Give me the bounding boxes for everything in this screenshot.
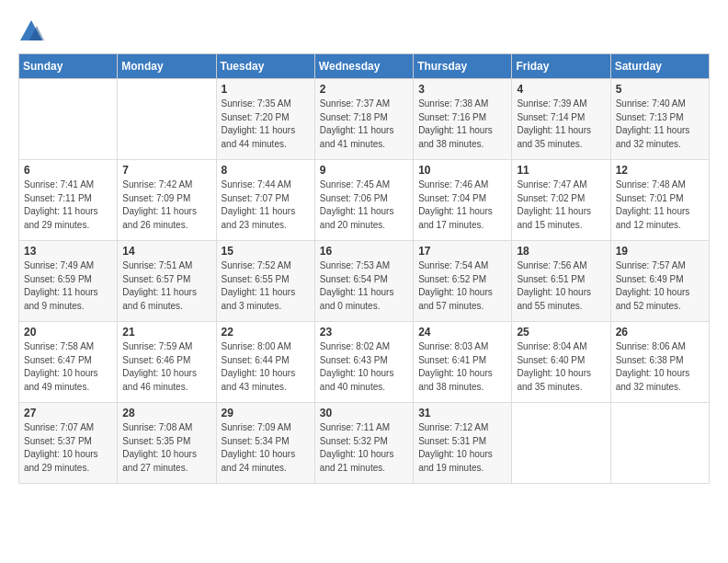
day-number: 20 bbox=[24, 326, 112, 339]
day-number: 13 bbox=[24, 245, 112, 258]
day-number: 12 bbox=[616, 164, 704, 177]
calendar-cell: 12Sunrise: 7:48 AM Sunset: 7:01 PM Dayli… bbox=[610, 160, 709, 241]
calendar-cell: 28Sunrise: 7:08 AM Sunset: 5:35 PM Dayli… bbox=[118, 403, 216, 484]
calendar-cell: 5Sunrise: 7:40 AM Sunset: 7:13 PM Daylig… bbox=[610, 79, 709, 160]
day-info: Sunrise: 8:02 AM Sunset: 6:43 PM Dayligh… bbox=[320, 340, 408, 394]
calendar-cell: 7Sunrise: 7:42 AM Sunset: 7:09 PM Daylig… bbox=[118, 160, 216, 241]
day-info: Sunrise: 7:08 AM Sunset: 5:35 PM Dayligh… bbox=[122, 421, 210, 475]
day-info: Sunrise: 7:37 AM Sunset: 7:18 PM Dayligh… bbox=[320, 98, 408, 151]
calendar-cell bbox=[19, 79, 118, 160]
day-info: Sunrise: 7:41 AM Sunset: 7:11 PM Dayligh… bbox=[24, 178, 112, 232]
calendar-cell: 4Sunrise: 7:39 AM Sunset: 7:14 PM Daylig… bbox=[512, 79, 610, 160]
day-number: 24 bbox=[418, 326, 506, 339]
calendar-week-row: 27Sunrise: 7:07 AM Sunset: 5:37 PM Dayli… bbox=[19, 403, 710, 484]
day-number: 10 bbox=[418, 164, 506, 177]
day-number: 28 bbox=[122, 407, 210, 419]
day-info: Sunrise: 7:48 AM Sunset: 7:01 PM Dayligh… bbox=[616, 178, 704, 232]
weekday-header: Wednesday bbox=[314, 54, 413, 79]
calendar-cell bbox=[512, 403, 610, 484]
calendar-cell: 3Sunrise: 7:38 AM Sunset: 7:16 PM Daylig… bbox=[414, 79, 512, 160]
weekday-header: Sunday bbox=[19, 54, 118, 79]
calendar-cell: 2Sunrise: 7:37 AM Sunset: 7:18 PM Daylig… bbox=[314, 79, 413, 160]
page-header bbox=[18, 18, 710, 44]
weekday-header: Saturday bbox=[610, 54, 709, 79]
day-info: Sunrise: 7:38 AM Sunset: 7:16 PM Dayligh… bbox=[418, 98, 506, 151]
calendar-header: SundayMondayTuesdayWednesdayThursdayFrid… bbox=[19, 54, 710, 79]
day-info: Sunrise: 8:00 AM Sunset: 6:44 PM Dayligh… bbox=[222, 340, 310, 394]
calendar-cell: 31Sunrise: 7:12 AM Sunset: 5:31 PM Dayli… bbox=[414, 403, 512, 484]
day-info: Sunrise: 7:56 AM Sunset: 6:51 PM Dayligh… bbox=[517, 259, 605, 313]
calendar-cell: 21Sunrise: 7:59 AM Sunset: 6:46 PM Dayli… bbox=[118, 322, 216, 403]
calendar-cell: 11Sunrise: 7:47 AM Sunset: 7:02 PM Dayli… bbox=[512, 160, 610, 241]
weekday-header: Friday bbox=[512, 54, 610, 79]
day-info: Sunrise: 7:47 AM Sunset: 7:02 PM Dayligh… bbox=[517, 178, 605, 232]
calendar-cell: 19Sunrise: 7:57 AM Sunset: 6:49 PM Dayli… bbox=[610, 241, 709, 322]
calendar-cell: 6Sunrise: 7:41 AM Sunset: 7:11 PM Daylig… bbox=[19, 160, 118, 241]
day-number: 4 bbox=[517, 83, 605, 96]
day-number: 18 bbox=[517, 245, 605, 258]
calendar-week-row: 6Sunrise: 7:41 AM Sunset: 7:11 PM Daylig… bbox=[19, 160, 710, 241]
day-info: Sunrise: 8:04 AM Sunset: 6:40 PM Dayligh… bbox=[517, 340, 605, 394]
calendar-cell: 26Sunrise: 8:06 AM Sunset: 6:38 PM Dayli… bbox=[610, 322, 709, 403]
day-info: Sunrise: 7:40 AM Sunset: 7:13 PM Dayligh… bbox=[616, 98, 704, 151]
day-number: 19 bbox=[616, 245, 704, 258]
day-number: 7 bbox=[122, 164, 210, 177]
calendar-week-row: 20Sunrise: 7:58 AM Sunset: 6:47 PM Dayli… bbox=[19, 322, 710, 403]
day-info: Sunrise: 7:09 AM Sunset: 5:34 PM Dayligh… bbox=[222, 421, 310, 475]
weekday-header: Monday bbox=[118, 54, 216, 79]
day-info: Sunrise: 7:11 AM Sunset: 5:32 PM Dayligh… bbox=[320, 421, 408, 475]
day-number: 17 bbox=[418, 245, 506, 258]
day-info: Sunrise: 7:39 AM Sunset: 7:14 PM Dayligh… bbox=[517, 98, 605, 151]
day-number: 29 bbox=[222, 407, 310, 419]
day-number: 23 bbox=[320, 326, 408, 339]
day-info: Sunrise: 7:51 AM Sunset: 6:57 PM Dayligh… bbox=[122, 259, 210, 313]
day-info: Sunrise: 7:35 AM Sunset: 7:20 PM Dayligh… bbox=[222, 98, 310, 151]
day-number: 6 bbox=[24, 164, 112, 177]
calendar-cell: 1Sunrise: 7:35 AM Sunset: 7:20 PM Daylig… bbox=[216, 79, 314, 160]
calendar-cell: 23Sunrise: 8:02 AM Sunset: 6:43 PM Dayli… bbox=[314, 322, 413, 403]
day-number: 22 bbox=[222, 326, 310, 339]
calendar-cell: 9Sunrise: 7:45 AM Sunset: 7:06 PM Daylig… bbox=[314, 160, 413, 241]
logo bbox=[18, 18, 48, 44]
day-number: 16 bbox=[320, 245, 408, 258]
day-number: 21 bbox=[122, 326, 210, 339]
day-number: 25 bbox=[517, 326, 605, 339]
day-info: Sunrise: 7:59 AM Sunset: 6:46 PM Dayligh… bbox=[122, 340, 210, 394]
day-number: 2 bbox=[320, 83, 408, 96]
day-info: Sunrise: 7:58 AM Sunset: 6:47 PM Dayligh… bbox=[24, 340, 112, 394]
calendar-week-row: 13Sunrise: 7:49 AM Sunset: 6:59 PM Dayli… bbox=[19, 241, 710, 322]
day-number: 11 bbox=[517, 164, 605, 177]
day-number: 14 bbox=[122, 245, 210, 258]
day-number: 31 bbox=[418, 407, 506, 419]
day-number: 3 bbox=[418, 83, 506, 96]
calendar-cell: 16Sunrise: 7:53 AM Sunset: 6:54 PM Dayli… bbox=[314, 241, 413, 322]
day-info: Sunrise: 7:49 AM Sunset: 6:59 PM Dayligh… bbox=[24, 259, 112, 313]
day-info: Sunrise: 7:54 AM Sunset: 6:52 PM Dayligh… bbox=[418, 259, 506, 313]
calendar-cell: 15Sunrise: 7:52 AM Sunset: 6:55 PM Dayli… bbox=[216, 241, 314, 322]
calendar-cell: 18Sunrise: 7:56 AM Sunset: 6:51 PM Dayli… bbox=[512, 241, 610, 322]
day-number: 26 bbox=[616, 326, 704, 339]
calendar-cell: 10Sunrise: 7:46 AM Sunset: 7:04 PM Dayli… bbox=[414, 160, 512, 241]
weekday-row: SundayMondayTuesdayWednesdayThursdayFrid… bbox=[19, 54, 710, 79]
day-info: Sunrise: 7:12 AM Sunset: 5:31 PM Dayligh… bbox=[418, 421, 506, 475]
calendar-cell bbox=[118, 79, 216, 160]
day-number: 5 bbox=[616, 83, 704, 96]
day-info: Sunrise: 7:42 AM Sunset: 7:09 PM Dayligh… bbox=[122, 178, 210, 232]
calendar-week-row: 1Sunrise: 7:35 AM Sunset: 7:20 PM Daylig… bbox=[19, 79, 710, 160]
calendar-cell bbox=[610, 403, 709, 484]
day-info: Sunrise: 7:46 AM Sunset: 7:04 PM Dayligh… bbox=[418, 178, 506, 232]
day-number: 27 bbox=[24, 407, 112, 419]
logo-icon bbox=[18, 18, 44, 44]
calendar-cell: 14Sunrise: 7:51 AM Sunset: 6:57 PM Dayli… bbox=[118, 241, 216, 322]
day-info: Sunrise: 8:03 AM Sunset: 6:41 PM Dayligh… bbox=[418, 340, 506, 394]
day-number: 15 bbox=[222, 245, 310, 258]
calendar-cell: 30Sunrise: 7:11 AM Sunset: 5:32 PM Dayli… bbox=[314, 403, 413, 484]
calendar-cell: 17Sunrise: 7:54 AM Sunset: 6:52 PM Dayli… bbox=[414, 241, 512, 322]
day-info: Sunrise: 7:52 AM Sunset: 6:55 PM Dayligh… bbox=[222, 259, 310, 313]
calendar-cell: 22Sunrise: 8:00 AM Sunset: 6:44 PM Dayli… bbox=[216, 322, 314, 403]
calendar-cell: 27Sunrise: 7:07 AM Sunset: 5:37 PM Dayli… bbox=[19, 403, 118, 484]
day-info: Sunrise: 7:53 AM Sunset: 6:54 PM Dayligh… bbox=[320, 259, 408, 313]
day-info: Sunrise: 7:45 AM Sunset: 7:06 PM Dayligh… bbox=[320, 178, 408, 232]
weekday-header: Tuesday bbox=[216, 54, 314, 79]
day-number: 1 bbox=[222, 83, 310, 96]
